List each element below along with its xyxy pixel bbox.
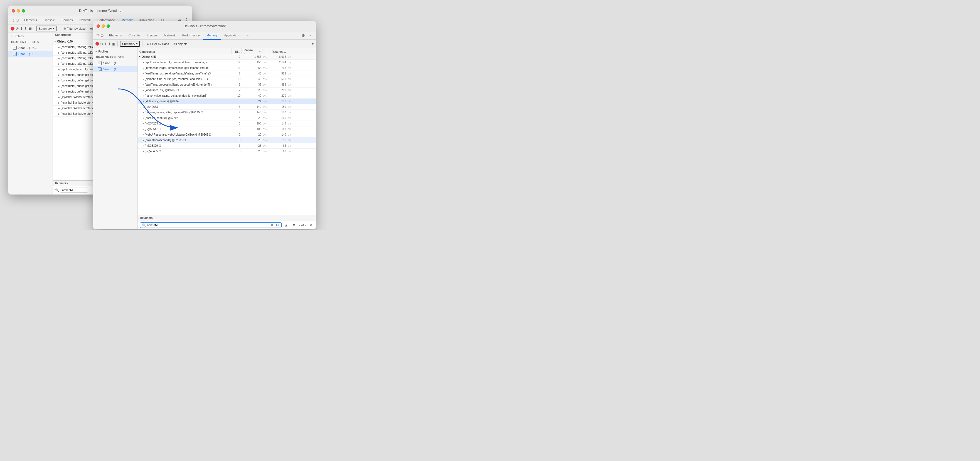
snapshot-item-2-2[interactable]: 📋 Snap... (1.... — [93, 66, 137, 72]
settings-icon-2[interactable]: ⚙ — [300, 33, 307, 38]
table-row-2-8[interactable]: ▶ {id, latency, entries} @62345 5 24 0% … — [138, 99, 316, 104]
search-icon-1: 🔍 — [55, 189, 59, 192]
profile-icon-1-2: 📋 — [13, 52, 17, 56]
filter-icon-2: ⊟ — [147, 42, 149, 45]
tab-console-2[interactable]: Console — [125, 32, 143, 40]
search-down-btn[interactable]: ▼ — [291, 222, 297, 228]
minimize-button-1[interactable] — [17, 9, 20, 13]
object-group-label-2: Object ×45 — [142, 55, 156, 59]
clear-icon-2[interactable]: ▣ — [112, 42, 115, 46]
devtools-window-2: DevTools - chrome://version/ ⬚ ⬡ Element… — [93, 21, 316, 229]
close-search-btn[interactable]: ✕ — [308, 223, 313, 227]
retainers-title-2: Retainers — [138, 215, 316, 221]
search-icon-2: 🔍 — [142, 223, 146, 227]
chevron-down-icon-1: ▾ — [52, 27, 54, 30]
heap-snapshots-section-2: Heap snapshots — [93, 54, 137, 60]
tab-network-1[interactable]: Network — [76, 16, 94, 24]
search-up-btn[interactable]: ▲ — [283, 222, 290, 228]
close-button-1[interactable] — [12, 9, 15, 13]
table-row-2-16[interactable]: ▶ {} @38399 ☐ 3 28 0% 68 0% — [138, 143, 316, 149]
minimize-button-2[interactable] — [102, 24, 105, 28]
table-row-2-12[interactable]: ▶ {} @34253 ☐ 3 108 0% 148 0% — [138, 121, 316, 127]
table-row-2-11[interactable]: ▶ {passive, capture} @62293 4 20 0% 160 … — [138, 115, 316, 121]
case-sensitive-btn[interactable]: Aa — [275, 224, 280, 227]
inspect-icon-2[interactable]: ⬚ — [95, 33, 99, 38]
tab-network-2[interactable]: Network — [161, 32, 179, 40]
snapshot-label-1-2: Snap... (1.6... — [18, 52, 37, 55]
summary-dropdown-2[interactable]: Summary ▾ — [120, 41, 140, 47]
summary-label-2: Summary — [122, 42, 135, 46]
profiles-header-1: ≡ Profiles — [8, 33, 52, 38]
close-button-2[interactable] — [97, 24, 100, 28]
inspect-icon-1[interactable]: ⬚ — [11, 18, 14, 22]
device-icon-2[interactable]: ⬡ — [100, 33, 103, 38]
heap-snapshots-section-1: Heap snapshots — [8, 38, 52, 45]
main-content-2: Constructor Di... Shallow Si... ▼ Retain… — [138, 48, 316, 229]
maximize-button-1[interactable] — [22, 9, 25, 13]
tab-console-1[interactable]: Console — [40, 16, 58, 24]
profiles-label-2: Profiles — [98, 50, 108, 53]
more-icon-2[interactable]: ⋮ — [307, 33, 313, 38]
download-icon-2[interactable]: ⬇ — [108, 42, 111, 46]
stop-icon-1[interactable]: ⊘ — [16, 26, 19, 31]
dropdown-arrow-2[interactable]: ▾ — [312, 42, 313, 46]
tab-sources-2[interactable]: Sources — [143, 32, 161, 40]
filter-class-btn-1[interactable]: ⊟ Filter by class — [61, 26, 88, 31]
stop-icon-2[interactable]: ⊘ — [100, 42, 103, 46]
summary-dropdown-1[interactable]: Summary ▾ — [37, 25, 56, 32]
record-icon-2[interactable] — [95, 42, 99, 46]
maximize-button-2[interactable] — [107, 24, 110, 28]
tab-application-2[interactable]: Application — [221, 32, 243, 40]
table-row-2-5[interactable]: ▶ {startTime, processingStart, processin… — [138, 82, 316, 87]
snapshot-item-2-1[interactable]: 📄 Snap... (1.... — [93, 60, 137, 66]
table-row-2-10[interactable]: ▶ {remove, before, after, replaceWith} @… — [138, 110, 316, 115]
snapshot-label-1-1: Snap... (1.6... — [18, 46, 37, 49]
upload-icon-2[interactable]: ⬆ — [104, 42, 107, 46]
filter-icon-sidebar-1: ≡ — [11, 35, 12, 38]
upload-icon-1[interactable]: ⬆ — [20, 26, 23, 30]
retainer-search-row-2: 🔍 ✕ Aa ▲ ▼ 2 of 2 ✕ — [138, 221, 316, 229]
table-row-2-7[interactable]: ▶ {name, value, rating, delta, entries, … — [138, 93, 316, 99]
titlebar-1: DevTools - chrome://version/ — [8, 6, 192, 16]
table-row-2-4[interactable]: ▶ {element, timeToFirstByte, resourceLoa… — [138, 76, 316, 82]
heap-table-2[interactable]: ▶ {application_label, cl, command_line, … — [138, 60, 316, 215]
sep-2 — [59, 26, 59, 31]
collapse-icon-1: ▼ — [54, 40, 56, 43]
profiles-label-1: Profiles — [13, 35, 24, 38]
tab-memory-2[interactable]: Memory — [203, 32, 221, 40]
table-row-2-14[interactable]: ▶ {webUIResponse, webUIListenerCallback}… — [138, 132, 316, 138]
snapshot-item-1-1[interactable]: 📄 Snap... (1.6... — [8, 45, 52, 51]
snapshot-label-2-1: Snap... (1.... — [103, 62, 120, 65]
window-title-2: DevTools - chrome://version/ — [183, 24, 226, 28]
sep-1 — [34, 26, 34, 31]
snapshot-item-1-2[interactable]: 📋 Snap... (1.6... — [8, 51, 52, 57]
retainer-search-input-2[interactable] — [147, 223, 269, 227]
table-row-2-17[interactable]: ▶ {} @46455 ☐ 3 28 0% 68 0% — [138, 149, 316, 154]
table-row-2-9[interactable]: ▶ {} @42663 5 140 0% 180 0% — [138, 104, 316, 110]
sort-icon-shallow[interactable]: ▼ — [259, 51, 261, 53]
filter-icon-sidebar-2: ≡ — [95, 50, 97, 53]
table-row-2-15[interactable]: ▶ {nowInMicroseconds} @62039 ☐ 3 28 0% 9… — [138, 138, 316, 143]
download-icon-1[interactable]: ⬇ — [24, 26, 27, 30]
table-row-2-6[interactable]: ▶ {loadTimes, csi} @49707 ☐ 2 28 0% 260 … — [138, 87, 316, 93]
record-icon-1[interactable] — [11, 27, 14, 30]
table-row-2-3[interactable]: ▶ {loadTimes, csi, send, getVariableValu… — [138, 71, 316, 76]
clear-search-btn[interactable]: ✕ — [270, 223, 274, 227]
filter-class-btn-2[interactable]: ⊟ Filter by class — [145, 42, 171, 46]
device-icon-1[interactable]: ⬡ — [16, 18, 19, 22]
object-group-row-2[interactable]: ▼ Object ×45 2 1 556 0% 6 616 0% — [138, 54, 316, 60]
retainer-search-input-1[interactable] — [60, 188, 88, 193]
tab-bar-2: ⬚ ⬡ Elements Console Sources Network Per… — [93, 32, 316, 40]
tab-sources-1[interactable]: Sources — [58, 16, 76, 24]
tab-performance-2[interactable]: Performance — [179, 32, 203, 40]
tab-elements-2[interactable]: Elements — [106, 32, 125, 40]
table-row-2-2[interactable]: ▶ {interactionTarget, interactionTargetE… — [138, 65, 316, 71]
clear-icon-1[interactable]: ▣ — [29, 26, 32, 30]
tab-elements-1[interactable]: Elements — [21, 16, 40, 24]
table-row-2-1[interactable]: ▶ {application_label, cl, command_line, … — [138, 60, 316, 65]
summary-label-1: Summary — [39, 27, 52, 30]
titlebar-2: DevTools - chrome://version/ — [93, 21, 316, 32]
tab-more-2[interactable]: >> — [242, 32, 253, 40]
table-row-2-13[interactable]: ▶ {} @53541 ☐ 3 108 0% 148 0% — [138, 127, 316, 132]
profiles-header-2: ≡ Profiles — [93, 48, 137, 54]
